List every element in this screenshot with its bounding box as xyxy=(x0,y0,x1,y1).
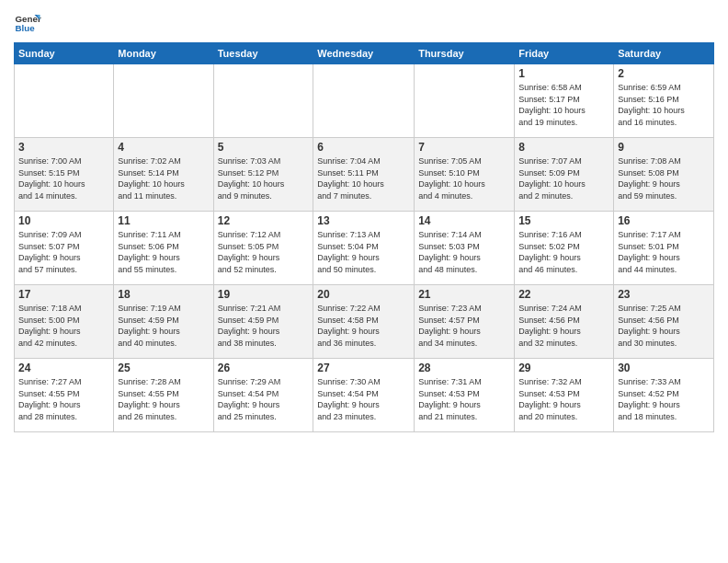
calendar-cell: 12Sunrise: 7:12 AM Sunset: 5:05 PM Dayli… xyxy=(213,212,313,285)
day-number: 10 xyxy=(18,214,109,227)
day-number: 7 xyxy=(418,141,510,154)
day-info: Sunrise: 7:30 AM Sunset: 4:54 PM Dayligh… xyxy=(317,376,410,422)
day-number: 23 xyxy=(618,288,710,301)
calendar-cell: 22Sunrise: 7:24 AM Sunset: 4:56 PM Dayli… xyxy=(515,285,614,359)
day-info: Sunrise: 7:02 AM Sunset: 5:14 PM Dayligh… xyxy=(118,155,209,201)
day-info: Sunrise: 7:19 AM Sunset: 4:59 PM Dayligh… xyxy=(118,303,209,349)
day-info: Sunrise: 7:05 AM Sunset: 5:10 PM Dayligh… xyxy=(418,155,510,201)
calendar-cell: 27Sunrise: 7:30 AM Sunset: 4:54 PM Dayli… xyxy=(313,359,415,432)
calendar-cell: 15Sunrise: 7:16 AM Sunset: 5:02 PM Dayli… xyxy=(515,212,614,285)
day-number: 26 xyxy=(218,362,310,374)
day-info: Sunrise: 7:23 AM Sunset: 4:57 PM Dayligh… xyxy=(418,303,510,349)
calendar-cell: 14Sunrise: 7:14 AM Sunset: 5:03 PM Dayli… xyxy=(415,212,515,285)
week-row-2: 3Sunrise: 7:00 AM Sunset: 5:15 PM Daylig… xyxy=(15,138,714,212)
calendar-cell: 2Sunrise: 6:59 AM Sunset: 5:16 PM Daylig… xyxy=(614,64,714,138)
calendar-cell xyxy=(114,64,213,138)
calendar-cell: 10Sunrise: 7:09 AM Sunset: 5:07 PM Dayli… xyxy=(15,212,114,285)
calendar-cell xyxy=(313,64,415,138)
day-info: Sunrise: 7:04 AM Sunset: 5:11 PM Dayligh… xyxy=(317,155,410,201)
svg-text:Blue: Blue xyxy=(16,23,36,33)
header-day-monday: Monday xyxy=(114,43,213,64)
calendar-table: SundayMondayTuesdayWednesdayThursdayFrid… xyxy=(14,42,714,432)
calendar-cell: 18Sunrise: 7:19 AM Sunset: 4:59 PM Dayli… xyxy=(114,285,213,359)
calendar-cell: 6Sunrise: 7:04 AM Sunset: 5:11 PM Daylig… xyxy=(313,138,415,212)
day-number: 15 xyxy=(518,214,609,227)
calendar-cell: 11Sunrise: 7:11 AM Sunset: 5:06 PM Dayli… xyxy=(114,212,213,285)
day-info: Sunrise: 7:13 AM Sunset: 5:04 PM Dayligh… xyxy=(317,229,410,275)
header-day-friday: Friday xyxy=(515,43,614,64)
day-number: 4 xyxy=(118,141,209,154)
calendar-cell: 8Sunrise: 7:07 AM Sunset: 5:09 PM Daylig… xyxy=(515,138,614,212)
day-number: 5 xyxy=(218,141,310,154)
day-info: Sunrise: 7:29 AM Sunset: 4:54 PM Dayligh… xyxy=(218,376,310,422)
day-number: 25 xyxy=(118,362,209,374)
calendar-cell xyxy=(15,64,114,138)
day-number: 27 xyxy=(317,362,410,374)
day-number: 8 xyxy=(518,141,609,154)
day-info: Sunrise: 7:08 AM Sunset: 5:08 PM Dayligh… xyxy=(618,155,710,201)
week-row-5: 24Sunrise: 7:27 AM Sunset: 4:55 PM Dayli… xyxy=(15,359,714,432)
calendar-cell: 26Sunrise: 7:29 AM Sunset: 4:54 PM Dayli… xyxy=(213,359,313,432)
day-number: 2 xyxy=(618,67,710,80)
day-number: 30 xyxy=(618,362,710,374)
day-number: 3 xyxy=(18,141,109,154)
calendar-cell xyxy=(415,64,515,138)
day-info: Sunrise: 7:31 AM Sunset: 4:53 PM Dayligh… xyxy=(418,376,510,422)
page: General Blue SundayMondayTuesdayWednesda… xyxy=(0,0,728,442)
header-day-wednesday: Wednesday xyxy=(313,43,415,64)
logo: General Blue xyxy=(14,9,45,37)
calendar-cell: 23Sunrise: 7:25 AM Sunset: 4:56 PM Dayli… xyxy=(614,285,714,359)
day-info: Sunrise: 7:12 AM Sunset: 5:05 PM Dayligh… xyxy=(218,229,310,275)
day-info: Sunrise: 7:09 AM Sunset: 5:07 PM Dayligh… xyxy=(18,229,109,275)
day-number: 16 xyxy=(618,214,710,227)
calendar-cell: 25Sunrise: 7:28 AM Sunset: 4:55 PM Dayli… xyxy=(114,359,213,432)
calendar-cell: 19Sunrise: 7:21 AM Sunset: 4:59 PM Dayli… xyxy=(213,285,313,359)
header-day-saturday: Saturday xyxy=(614,43,714,64)
day-number: 29 xyxy=(518,362,609,374)
week-row-3: 10Sunrise: 7:09 AM Sunset: 5:07 PM Dayli… xyxy=(15,212,714,285)
day-number: 13 xyxy=(317,214,410,227)
calendar-cell: 28Sunrise: 7:31 AM Sunset: 4:53 PM Dayli… xyxy=(415,359,515,432)
calendar-cell: 16Sunrise: 7:17 AM Sunset: 5:01 PM Dayli… xyxy=(614,212,714,285)
calendar-cell: 3Sunrise: 7:00 AM Sunset: 5:15 PM Daylig… xyxy=(15,138,114,212)
calendar-cell: 20Sunrise: 7:22 AM Sunset: 4:58 PM Dayli… xyxy=(313,285,415,359)
header: General Blue xyxy=(14,9,714,37)
calendar-cell xyxy=(213,64,313,138)
week-row-1: 1Sunrise: 6:58 AM Sunset: 5:17 PM Daylig… xyxy=(15,64,714,138)
calendar-cell: 21Sunrise: 7:23 AM Sunset: 4:57 PM Dayli… xyxy=(415,285,515,359)
calendar-cell: 29Sunrise: 7:32 AM Sunset: 4:53 PM Dayli… xyxy=(515,359,614,432)
calendar-cell: 1Sunrise: 6:58 AM Sunset: 5:17 PM Daylig… xyxy=(515,64,614,138)
day-info: Sunrise: 7:24 AM Sunset: 4:56 PM Dayligh… xyxy=(518,303,609,349)
day-info: Sunrise: 7:16 AM Sunset: 5:02 PM Dayligh… xyxy=(518,229,609,275)
header-day-tuesday: Tuesday xyxy=(213,43,313,64)
logo-icon: General Blue xyxy=(14,9,41,37)
day-number: 24 xyxy=(18,362,109,374)
day-number: 9 xyxy=(618,141,710,154)
day-info: Sunrise: 6:59 AM Sunset: 5:16 PM Dayligh… xyxy=(618,82,710,128)
calendar-cell: 24Sunrise: 7:27 AM Sunset: 4:55 PM Dayli… xyxy=(15,359,114,432)
day-info: Sunrise: 7:07 AM Sunset: 5:09 PM Dayligh… xyxy=(518,155,609,201)
day-info: Sunrise: 7:00 AM Sunset: 5:15 PM Dayligh… xyxy=(18,155,109,201)
calendar-cell: 5Sunrise: 7:03 AM Sunset: 5:12 PM Daylig… xyxy=(213,138,313,212)
day-info: Sunrise: 7:18 AM Sunset: 5:00 PM Dayligh… xyxy=(18,303,109,349)
calendar-cell: 13Sunrise: 7:13 AM Sunset: 5:04 PM Dayli… xyxy=(313,212,415,285)
day-info: Sunrise: 7:33 AM Sunset: 4:52 PM Dayligh… xyxy=(618,376,710,422)
header-day-sunday: Sunday xyxy=(15,43,114,64)
day-number: 12 xyxy=(218,214,310,227)
day-info: Sunrise: 7:22 AM Sunset: 4:58 PM Dayligh… xyxy=(317,303,410,349)
calendar-cell: 7Sunrise: 7:05 AM Sunset: 5:10 PM Daylig… xyxy=(415,138,515,212)
day-info: Sunrise: 6:58 AM Sunset: 5:17 PM Dayligh… xyxy=(518,82,609,128)
day-number: 28 xyxy=(418,362,510,374)
calendar-cell: 9Sunrise: 7:08 AM Sunset: 5:08 PM Daylig… xyxy=(614,138,714,212)
day-number: 19 xyxy=(218,288,310,301)
day-number: 18 xyxy=(118,288,209,301)
day-number: 11 xyxy=(118,214,209,227)
day-number: 17 xyxy=(18,288,109,301)
week-row-4: 17Sunrise: 7:18 AM Sunset: 5:00 PM Dayli… xyxy=(15,285,714,359)
calendar-cell: 4Sunrise: 7:02 AM Sunset: 5:14 PM Daylig… xyxy=(114,138,213,212)
day-info: Sunrise: 7:25 AM Sunset: 4:56 PM Dayligh… xyxy=(618,303,710,349)
day-info: Sunrise: 7:27 AM Sunset: 4:55 PM Dayligh… xyxy=(18,376,109,422)
day-number: 22 xyxy=(518,288,609,301)
day-info: Sunrise: 7:28 AM Sunset: 4:55 PM Dayligh… xyxy=(118,376,209,422)
day-number: 1 xyxy=(518,67,609,80)
